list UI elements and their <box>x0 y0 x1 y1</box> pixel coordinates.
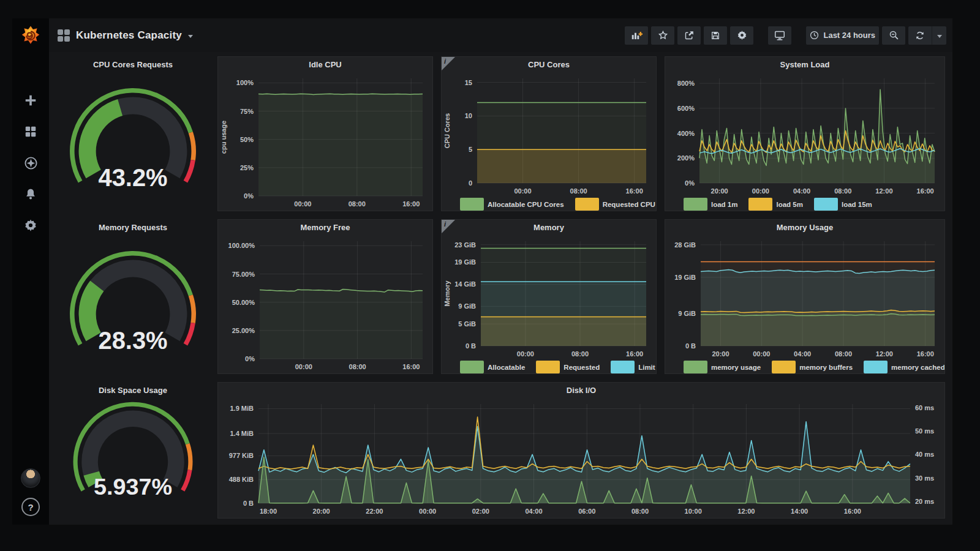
svg-text:00:00: 00:00 <box>517 350 534 358</box>
panel-title[interactable]: Memory Free <box>218 220 432 235</box>
configuration-gear-icon[interactable] <box>23 218 38 233</box>
chart-canvas: 00:0008:0016:000%25.00%50.00%75.00%100.0… <box>218 235 432 373</box>
panel-info-icon[interactable]: i <box>442 220 455 233</box>
legend-item[interactable]: memory buffers <box>772 361 853 373</box>
svg-text:25%: 25% <box>240 164 254 171</box>
svg-text:0%: 0% <box>245 355 255 362</box>
grafana-logo-icon[interactable] <box>12 18 49 54</box>
time-range-label: Last 24 hours <box>823 31 875 40</box>
legend-color-dash <box>460 361 484 373</box>
panel-cpu-cores-requests: CPU Cores Requests 43.2% <box>56 56 209 211</box>
svg-text:08:00: 08:00 <box>834 187 851 195</box>
svg-text:08:00: 08:00 <box>631 508 649 515</box>
legend-color-dash <box>575 198 599 211</box>
svg-text:977 KiB: 977 KiB <box>229 452 254 459</box>
legend-color-dash <box>611 361 635 373</box>
alerting-bell-icon[interactable] <box>23 187 38 201</box>
create-plus-icon[interactable] <box>23 93 38 108</box>
legend-item[interactable]: Requested CPU Cores <box>575 198 656 211</box>
svg-text:18:00: 18:00 <box>260 508 277 515</box>
panel-title[interactable]: CPU Cores Requests <box>57 57 209 72</box>
svg-text:5.937%: 5.937% <box>94 474 172 500</box>
svg-text:22:00: 22:00 <box>366 508 383 515</box>
legend-item[interactable]: memory usage <box>684 361 761 373</box>
svg-text:10:00: 10:00 <box>685 508 702 515</box>
svg-text:04:00: 04:00 <box>794 350 811 358</box>
time-range-button[interactable]: Last 24 hours <box>806 26 879 45</box>
user-avatar[interactable] <box>21 468 40 488</box>
dashboards-grid-icon[interactable] <box>23 124 38 139</box>
cpu-cores-chart[interactable]: 00:0008:0016:00051015CPU Cores <box>442 72 656 198</box>
explore-compass-icon[interactable] <box>23 156 38 170</box>
svg-text:5: 5 <box>469 146 472 153</box>
panel-title[interactable]: Disk I/O <box>218 383 944 398</box>
svg-text:25.00%: 25.00% <box>232 327 255 334</box>
legend-item[interactable]: load 5m <box>748 198 802 211</box>
legend-label: Allocatable <box>488 364 525 371</box>
gauge-canvas: 5.937% <box>57 398 209 518</box>
panel-title[interactable]: CPU Cores <box>442 57 656 72</box>
legend-item[interactable]: Limit <box>611 361 655 373</box>
system-load-chart[interactable]: 20:0000:0004:0008:0012:0016:000%200%400%… <box>665 72 944 198</box>
legend: AllocatableRequestedLimit <box>442 361 656 373</box>
panel-title[interactable]: Memory Usage <box>665 220 944 235</box>
svg-text:12:00: 12:00 <box>737 508 755 515</box>
panel-title[interactable]: Memory <box>442 220 656 235</box>
dashboard-title-dropdown[interactable]: Kubernetes Capacity <box>58 29 193 42</box>
chart-canvas: 00:0008:0016:00051015CPU Cores <box>442 72 656 198</box>
memory-chart[interactable]: 00:0008:0016:000 B5 GiB9 GiB14 GiB19 GiB… <box>442 235 656 361</box>
memory-usage-chart[interactable]: 20:0000:0004:0008:0012:0016:000 B9 GiB19… <box>665 235 944 361</box>
panel-disk-io: Disk I/O 18:0020:0022:0000:0002:0004:000… <box>217 382 945 519</box>
refresh-interval-dropdown[interactable] <box>932 26 946 45</box>
disk-io-chart[interactable]: 18:0020:0022:0000:0002:0004:0006:0008:00… <box>218 398 944 518</box>
grafana-window: ? Kubernetes Capacity <box>12 18 952 525</box>
svg-text:75%: 75% <box>240 108 254 115</box>
star-button[interactable] <box>651 26 674 45</box>
svg-text:04:00: 04:00 <box>525 508 542 515</box>
gauge-disk-space-usage: 5.937% <box>57 398 209 518</box>
dashboard-settings-button[interactable] <box>730 26 753 45</box>
legend: memory usagememory buffersmemory cachedm… <box>665 361 944 373</box>
legend-item[interactable]: Allocatable <box>460 361 525 373</box>
legend-label: load 1m <box>711 201 737 208</box>
svg-text:16:00: 16:00 <box>917 350 934 358</box>
svg-text:02:00: 02:00 <box>472 508 489 515</box>
svg-text:50 ms: 50 ms <box>915 427 934 435</box>
sidebar-bottom: ? <box>21 468 40 525</box>
svg-text:12:00: 12:00 <box>876 350 893 358</box>
zoom-out-button[interactable] <box>882 26 905 45</box>
dashboard-grid: CPU Cores Requests 43.2% Idle CPU 00:000… <box>49 52 952 525</box>
legend-item[interactable]: Allocatable CPU Cores <box>460 198 564 211</box>
share-button[interactable] <box>677 26 701 45</box>
legend-label: memory usage <box>711 364 761 371</box>
svg-text:40 ms: 40 ms <box>915 451 934 458</box>
panel-disk-space-usage: Disk Space Usage 5.937% <box>56 382 209 519</box>
panel-title[interactable]: Memory Requests <box>57 220 209 235</box>
svg-text:9 GiB: 9 GiB <box>678 310 696 317</box>
svg-text:08:00: 08:00 <box>349 200 366 208</box>
svg-text:0 B: 0 B <box>466 342 476 350</box>
svg-text:0 B: 0 B <box>243 500 254 507</box>
cycle-view-mode-button[interactable] <box>768 26 791 45</box>
svg-text:08:00: 08:00 <box>835 350 852 358</box>
help-button[interactable]: ? <box>21 498 40 516</box>
svg-text:9 GiB: 9 GiB <box>458 302 476 310</box>
legend-item[interactable]: Requested <box>536 361 600 373</box>
legend-item[interactable]: load 1m <box>684 198 737 211</box>
legend-item[interactable]: load 15m <box>814 198 872 211</box>
svg-text:00:00: 00:00 <box>753 350 770 358</box>
panel-title[interactable]: Disk Space Usage <box>57 383 209 398</box>
panel-memory-requests: Memory Requests 28.3% <box>56 219 209 374</box>
legend-label: Requested CPU Cores <box>603 201 656 208</box>
add-panel-button[interactable] <box>625 26 648 45</box>
panel-cpu-cores: i CPU Cores 00:0008:0016:00051015CPU Cor… <box>441 56 657 211</box>
svg-text:200%: 200% <box>677 154 695 162</box>
panel-info-icon[interactable]: i <box>442 57 455 70</box>
panel-title[interactable]: System Load <box>665 57 944 72</box>
panel-title[interactable]: Idle CPU <box>218 57 432 72</box>
idle-cpu-chart[interactable]: 00:0008:0016:000%25%50%75%100%cpu usage <box>218 72 432 211</box>
memory-free-chart[interactable]: 00:0008:0016:000%25.00%50.00%75.00%100.0… <box>218 235 432 373</box>
legend-item[interactable]: memory cached <box>864 361 944 373</box>
refresh-button[interactable] <box>908 26 932 45</box>
save-button[interactable] <box>704 26 727 45</box>
